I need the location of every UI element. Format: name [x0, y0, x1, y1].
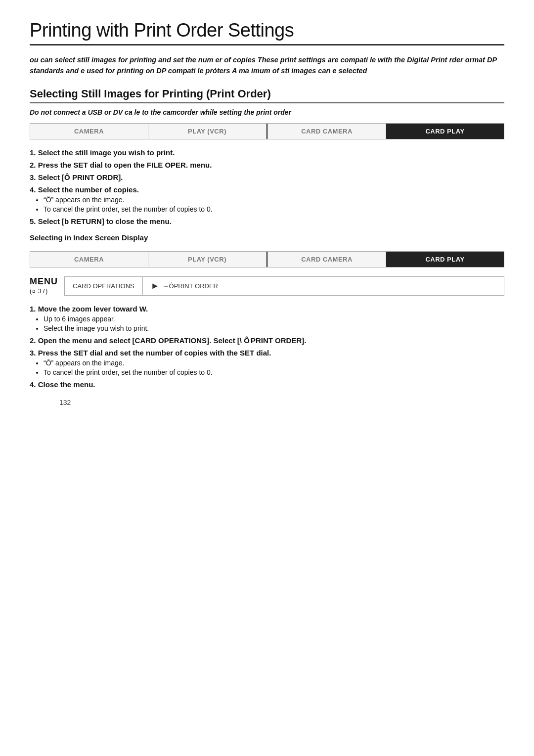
- step1-4-sub1: “Ô” appears on the image.: [44, 196, 504, 204]
- title-divider: [30, 44, 504, 45]
- intro-text: ou can select still images for printing …: [30, 54, 504, 77]
- page-number: 132: [59, 399, 534, 406]
- step1-1: 1. Select the still image you wish to pr…: [30, 148, 504, 157]
- menu-cell-card-operations: CARD OPERATIONS: [65, 277, 143, 295]
- step1-4-sub2: To cancel the print order, set the numbe…: [44, 205, 504, 213]
- step2-3-sub1: “Ô” appears on the image.: [44, 359, 504, 367]
- mode-btn-play-2[interactable]: PLAY (VCR): [148, 252, 267, 267]
- step2-1: 1. Move the zoom lever toward W. Up to 6…: [30, 305, 504, 332]
- step1-2: 2. Press the SET dial to open the FILE O…: [30, 161, 504, 169]
- step1-3: 3. Select [Ô PRINT ORDR].: [30, 173, 504, 181]
- mode-btn-card-camera-2[interactable]: CARD CAMERA: [268, 252, 386, 267]
- mode-btn-play-1[interactable]: PLAY (VCR): [148, 124, 267, 139]
- menu-block: MENU (¤ 37) CARD OPERATIONS ► →ÔPRINT OR…: [30, 276, 504, 296]
- menu-cell-print-order: ► →ÔPRINT ORDER: [143, 277, 226, 295]
- warning-text: Do not connect a USB or DV ca le to the …: [30, 108, 504, 116]
- step2-1-sub1: Up to 6 images appear.: [44, 315, 504, 323]
- section1-heading: Selecting Still Images for Printing (Pri…: [30, 88, 504, 103]
- step2-2: 2. Open the menu and select [CARD OPERAT…: [30, 336, 504, 345]
- dotted-rule: [30, 245, 504, 245]
- mode-btn-card-play-1[interactable]: CARD PLAY: [386, 124, 504, 139]
- mode-btn-camera-2[interactable]: CAMERA: [30, 252, 148, 267]
- page-title: Printing with Print Order Settings: [30, 20, 504, 41]
- menu-table: CARD OPERATIONS ► →ÔPRINT ORDER: [64, 276, 504, 296]
- step1-5: 5. Select [b RETURN] to close the menu.: [30, 217, 504, 225]
- step2-1-sub2: Select the image you wish to print.: [44, 324, 504, 332]
- mode-bar-2: CAMERA PLAY (VCR) CARD CAMERA CARD PLAY: [30, 251, 504, 267]
- step2-3-sub2: To cancel the print order, set the numbe…: [44, 368, 504, 376]
- mode-btn-camera-1[interactable]: CAMERA: [30, 124, 148, 139]
- step2-4: 4. Close the menu.: [30, 380, 504, 389]
- step2-3: 3. Press the SET dial and set the number…: [30, 349, 504, 376]
- mode-btn-card-play-2[interactable]: CARD PLAY: [386, 252, 504, 267]
- mode-bar-1: CAMERA PLAY (VCR) CARD CAMERA CARD PLAY: [30, 123, 504, 139]
- step1-4: 4. Select the number of copies. “Ô” appe…: [30, 185, 504, 213]
- sub-section-heading: Selecting in Index Screen Display: [30, 233, 504, 242]
- mode-btn-card-camera-1[interactable]: CARD CAMERA: [268, 124, 386, 139]
- menu-label: MENU (¤ 37): [30, 276, 59, 295]
- menu-arrow-icon: ►: [151, 281, 160, 291]
